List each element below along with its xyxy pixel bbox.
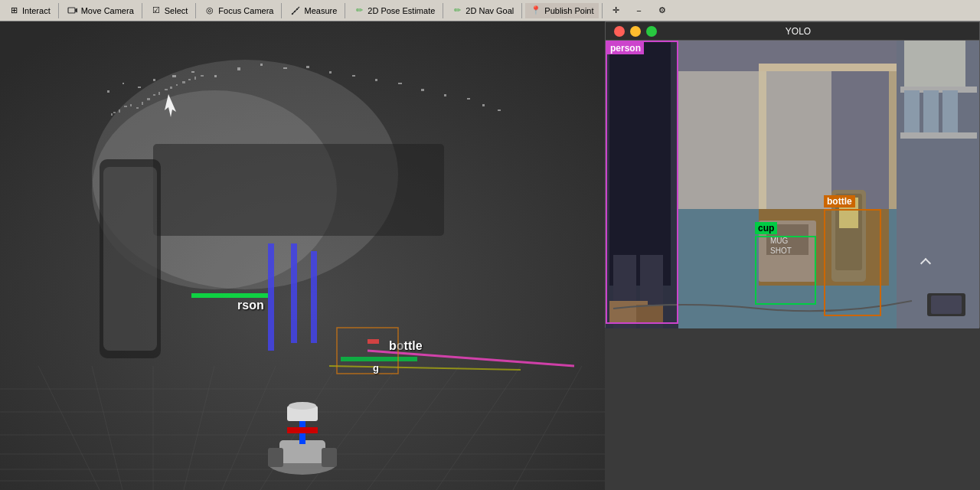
svg-rect-36 — [352, 75, 355, 77]
svg-rect-24 — [107, 90, 109, 93]
svg-rect-113 — [931, 296, 962, 314]
yolo-title: YOLO — [657, 26, 939, 37]
camera-icon — [67, 5, 79, 17]
svg-rect-46 — [153, 144, 444, 236]
svg-rect-41 — [467, 98, 470, 100]
interact-button[interactable]: ⊞ Interact — [3, 3, 55, 18]
pose-estimate-button[interactable]: ✏ 2D Pose Estimate — [348, 3, 439, 18]
svg-rect-81 — [287, 427, 318, 433]
svg-rect-57 — [165, 89, 168, 90]
camera-image: MUG SHOT — [606, 41, 979, 328]
svg-rect-0 — [68, 8, 75, 13]
svg-rect-70 — [368, 339, 379, 344]
svg-rect-55 — [153, 94, 155, 96]
separator — [602, 3, 603, 18]
svg-rect-43 — [498, 109, 501, 111]
svg-rect-100 — [923, 90, 939, 132]
svg-rect-38 — [398, 83, 402, 84]
svg-rect-26 — [138, 87, 141, 88]
interact-icon: ⊞ — [8, 5, 20, 17]
svg-rect-68 — [291, 243, 297, 343]
svg-rect-59 — [176, 84, 178, 86]
toolbar: ⊞ Interact Move Camera ☑ Select ◎ Focus … — [0, 0, 980, 21]
svg-text:MUG: MUG — [770, 237, 789, 245]
svg-rect-67 — [268, 243, 274, 351]
svg-rect-65 — [103, 167, 157, 351]
separator — [281, 3, 282, 18]
svg-rect-92 — [636, 305, 663, 324]
yolo-window[interactable]: YOLO — [605, 21, 980, 328]
pose-icon: ✏ — [353, 5, 365, 17]
svg-rect-48 — [113, 112, 116, 113]
separator — [443, 3, 443, 18]
svg-rect-61 — [188, 79, 191, 80]
plus-icon: ✛ — [610, 5, 622, 17]
publish-icon: 📍 — [530, 5, 542, 17]
svg-rect-51 — [130, 104, 132, 106]
svg-rect-102 — [904, 41, 965, 87]
svg-rect-99 — [904, 90, 920, 132]
svg-rect-54 — [147, 98, 150, 100]
svg-rect-35 — [329, 71, 332, 74]
svg-point-83 — [289, 402, 316, 410]
nav-icon: ✏ — [451, 5, 463, 17]
publish-point-button[interactable]: 📍 Publish Point — [525, 3, 598, 18]
svg-rect-53 — [142, 102, 143, 105]
svg-rect-111 — [678, 71, 831, 209]
maximize-button[interactable] — [646, 26, 657, 37]
svg-rect-66 — [191, 293, 268, 298]
svg-rect-78 — [268, 448, 283, 467]
separator — [345, 3, 345, 18]
measure-icon — [289, 5, 302, 17]
plus-button[interactable]: ✛ — [606, 3, 627, 18]
svg-rect-58 — [170, 87, 172, 89]
close-button[interactable] — [614, 26, 625, 37]
svg-rect-79 — [322, 448, 337, 467]
settings-icon: ⚙ — [656, 5, 668, 17]
minus-button[interactable]: − — [629, 3, 650, 18]
viewport-3d[interactable]: rson bottle g — [0, 21, 605, 490]
separator — [142, 3, 142, 18]
svg-rect-98 — [900, 132, 977, 139]
main-area: rson bottle g — [0, 21, 980, 490]
svg-rect-39 — [421, 89, 424, 91]
svg-rect-56 — [158, 92, 160, 95]
select-button[interactable]: ☑ Select — [145, 3, 193, 18]
svg-rect-25 — [122, 83, 124, 84]
svg-rect-69 — [311, 251, 317, 343]
svg-rect-49 — [119, 109, 120, 113]
focus-icon: ◎ — [204, 5, 216, 17]
robot-model — [256, 398, 348, 475]
svg-rect-52 — [136, 107, 139, 109]
svg-rect-60 — [182, 81, 185, 83]
svg-rect-110 — [839, 198, 858, 228]
svg-rect-42 — [482, 104, 485, 106]
focus-camera-button[interactable]: ◎ Focus Camera — [199, 3, 278, 18]
svg-rect-94 — [889, 71, 897, 209]
move-camera-button[interactable]: Move Camera — [62, 3, 139, 18]
svg-rect-37 — [375, 79, 377, 81]
svg-rect-62 — [194, 77, 196, 80]
nav-goal-button[interactable]: ✏ 2D Nav Goal — [446, 3, 518, 18]
separator — [521, 3, 522, 18]
svg-line-2 — [292, 7, 299, 15]
svg-text:SHOT: SHOT — [770, 247, 792, 255]
minus-icon: − — [633, 5, 645, 17]
svg-rect-47 — [111, 113, 113, 116]
svg-rect-27 — [153, 79, 155, 81]
yolo-camera-feed: MUG SHOT person — [606, 41, 979, 328]
svg-rect-63 — [201, 75, 204, 77]
svg-rect-93 — [759, 64, 912, 71]
select-icon: ☑ — [150, 5, 162, 17]
svg-rect-101 — [942, 90, 958, 132]
yolo-titlebar: YOLO — [606, 22, 979, 41]
measure-button[interactable]: Measure — [285, 3, 341, 18]
settings-button[interactable]: ⚙ — [652, 3, 673, 18]
svg-rect-34 — [306, 66, 309, 68]
separator — [58, 3, 59, 18]
minimize-button[interactable] — [630, 26, 641, 37]
svg-rect-71 — [341, 357, 417, 361]
svg-rect-50 — [124, 106, 127, 107]
svg-rect-88 — [609, 41, 671, 286]
svg-rect-40 — [444, 94, 446, 96]
